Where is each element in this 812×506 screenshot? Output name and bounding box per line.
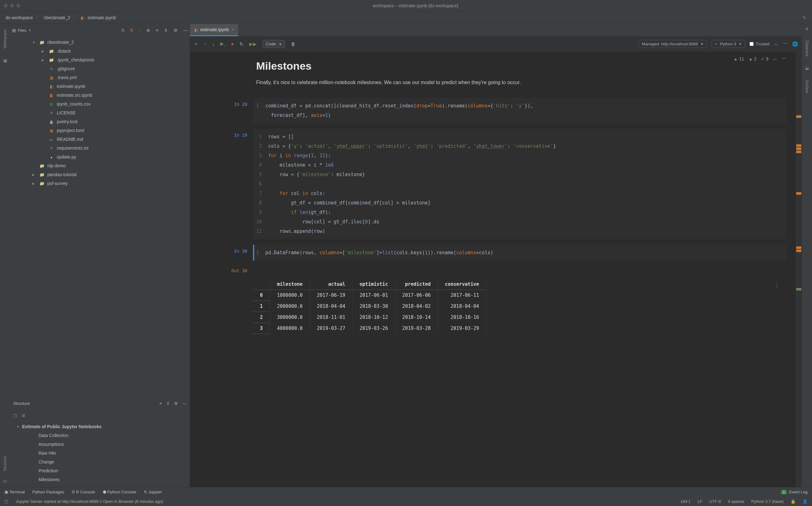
gear-icon[interactable]: ⚙ <box>174 28 178 33</box>
edit-icon[interactable]: ✎ <box>803 15 806 20</box>
structure-tool-icon[interactable]: ⇲ <box>21 413 25 418</box>
structure-item[interactable]: Milestones <box>10 475 190 484</box>
close-window-icon[interactable] <box>4 4 8 8</box>
jupyter-tab[interactable]: ↻ Jupyter <box>144 490 162 494</box>
line-separator[interactable]: LF <box>697 499 702 504</box>
move-up-button[interactable]: ↑ <box>204 41 207 47</box>
expand-icon[interactable]: ≡ <box>156 28 158 33</box>
file-item[interactable]: poetry.lock <box>10 117 190 126</box>
expand-icon[interactable]: ≡ <box>159 401 162 406</box>
file-item[interactable]: ipynb_counts.csv <box>10 100 190 108</box>
database-tab[interactable]: Database <box>804 37 810 60</box>
breadcrumb-file[interactable]: estimate.ipynb <box>87 15 116 20</box>
cursor-position[interactable]: 184:1 <box>680 499 691 504</box>
trusted-checkbox[interactable]: Trusted <box>750 41 769 46</box>
folder-item[interactable]: ▶ pandas-tutorial <box>10 170 190 179</box>
file-item[interactable]: .gitignore <box>10 64 190 73</box>
code-text[interactable]: pd.DataFrame(rows, columns=['milestone']… <box>263 245 498 261</box>
cell-type-select[interactable]: Code ▼ <box>263 40 285 48</box>
event-log-button[interactable]: 1 Event Log <box>781 490 808 494</box>
stop-button[interactable]: ■ <box>231 41 234 46</box>
indent[interactable]: 4 spaces <box>728 499 744 504</box>
code-cell-28[interactable]: In 28 1 combined_df = pd.concat([cleaned… <box>199 98 786 123</box>
ok-count[interactable]: 9 <box>761 57 768 62</box>
sciview-icon[interactable]: ⬓ <box>805 66 809 70</box>
chevron-down-icon[interactable]: ﹀ <box>783 41 788 47</box>
run-all-button[interactable]: ▶▶ <box>249 41 257 47</box>
inspection-gutter[interactable] <box>796 52 802 487</box>
markdown-paragraph[interactable]: Finally, it's nice to celebrate million-… <box>256 78 796 87</box>
file-tree[interactable]: ▼ nbestimate_2▶ .dstack▶ .ipynb_checkpoi… <box>10 36 190 397</box>
gear-icon[interactable]: ⚙ <box>174 401 178 406</box>
structure-item[interactable]: Data Collection <box>10 431 190 440</box>
structure-item[interactable]: Change <box>10 457 190 466</box>
move-down-button[interactable]: ↓ <box>212 41 215 47</box>
table-row[interactable]: 23000000.02018-11-012018-10-122018-10-14… <box>253 312 486 323</box>
folder-icon[interactable]: ▣ <box>3 58 7 63</box>
managed-server-chip[interactable]: Managed: http://localhost:8888 ▼ <box>638 40 707 48</box>
collapse-icon[interactable]: ⇕ <box>164 28 168 33</box>
chevron-up-icon[interactable]: ︿ <box>773 56 777 62</box>
file-item[interactable]: estimate.ipynb <box>10 82 190 91</box>
chevron-up-icon[interactable]: ︿ <box>774 41 779 47</box>
restart-button[interactable]: ↻ <box>240 41 244 47</box>
folder-item[interactable]: ▶ .dstack <box>10 47 190 56</box>
r-console-tab[interactable]: ® R Console <box>72 490 95 494</box>
delete-cell-button[interactable]: 🗑 <box>291 41 295 47</box>
table-row[interactable]: 34000000.02019-03-272019-03-262019-03-28… <box>253 323 486 334</box>
target-icon[interactable]: ⊕ <box>146 28 150 33</box>
structure-icon[interactable]: ⌬ <box>3 479 7 484</box>
folder-item[interactable]: ▶ .ipynb_checkpoints <box>10 56 190 64</box>
structure-item[interactable]: Prediction <box>10 466 190 475</box>
add-cell-button[interactable]: ＋ <box>194 41 198 47</box>
code-cell-30[interactable]: In 30 1 pd.DataFrame(rows, columns=['mil… <box>199 245 786 261</box>
file-item[interactable]: LICENSE <box>10 108 190 117</box>
folder-item[interactable]: ▼ nbestimate_2 <box>10 38 190 47</box>
inspection-status[interactable]: 11 2 9 ︿ ﹀ <box>734 56 786 62</box>
globe-icon[interactable]: 🌐 <box>792 41 798 47</box>
structure-item[interactable]: Assumptions <box>10 440 190 449</box>
refresh-icon[interactable]: ↻ <box>130 28 134 33</box>
structure-tree[interactable]: ▼ Estimate of Public Jupyter Notebooks D… <box>10 421 190 487</box>
interpreter[interactable]: Python 3.7 (base) <box>751 499 784 504</box>
run-cell-button[interactable]: ▶⌶ <box>220 41 225 47</box>
folder-item[interactable]: nlp-demo <box>10 161 190 170</box>
breadcrumb-root[interactable]: ds-workspace <box>6 15 33 20</box>
people-icon[interactable]: 👤 <box>803 499 808 504</box>
structure-item[interactable]: Raw Hits <box>10 449 190 457</box>
status-message[interactable]: Jupyter Server started at http://localho… <box>16 499 163 504</box>
file-item[interactable]: update.py <box>10 153 190 161</box>
structure-tool-icon[interactable]: ▢ <box>13 413 17 418</box>
file-item[interactable]: README.md <box>10 135 190 144</box>
more-icon[interactable]: ⋮ <box>774 281 780 288</box>
code-cell-29[interactable]: In 29 1234567891011 rows = [] cols = {'y… <box>199 129 786 239</box>
encoding[interactable]: UTF-8 <box>709 499 721 504</box>
run-icon[interactable]: ▢ <box>4 499 8 504</box>
breadcrumb-mid[interactable]: nbestimate_2 <box>44 15 70 20</box>
warning-count[interactable]: 11 <box>734 57 744 62</box>
maximize-window-icon[interactable] <box>16 4 20 8</box>
kernel-chip[interactable]: ○ Python 3 ▼ <box>712 40 745 48</box>
file-item[interactable]: estimate.src.ipynb <box>10 91 190 100</box>
minimize-icon[interactable]: — <box>182 401 187 406</box>
folder-item[interactable]: ▶ psf-survey <box>10 179 190 188</box>
close-icon[interactable]: × <box>231 27 234 32</box>
chevron-down-icon[interactable]: ▼ <box>28 29 31 32</box>
lock-icon[interactable]: 🔒 <box>791 499 796 504</box>
minimize-window-icon[interactable] <box>10 4 14 8</box>
output-table[interactable]: ⋮ milestoneactualoptimisticpredictedcons… <box>253 279 783 334</box>
structure-tab[interactable]: Structure <box>2 453 8 475</box>
sciview-tab[interactable]: SciView <box>804 77 810 96</box>
tab-estimate[interactable]: estimate.ipynb × <box>190 24 238 36</box>
python-console-tab[interactable]: ⬢ Python Console <box>103 490 136 494</box>
table-row[interactable]: 01000000.02017-06-192017-06-012017-06-06… <box>253 289 486 301</box>
code-text[interactable]: rows = [] cols = {'y': 'actual', 'yhat_u… <box>266 129 560 239</box>
markdown-heading[interactable]: Milestones <box>256 60 796 72</box>
collapse-icon[interactable]: ⇕ <box>166 401 170 406</box>
minimize-icon[interactable]: — <box>183 28 188 33</box>
file-item[interactable]: pyproject.toml <box>10 126 190 135</box>
workspace-tab[interactable]: Workspace <box>2 26 8 52</box>
terminal-tab[interactable]: ▣ Terminal <box>4 490 25 494</box>
weak-warning-count[interactable]: 2 <box>749 57 757 62</box>
code-text[interactable]: combined_df = pd.concat([cleaned_hits_df… <box>263 98 538 123</box>
